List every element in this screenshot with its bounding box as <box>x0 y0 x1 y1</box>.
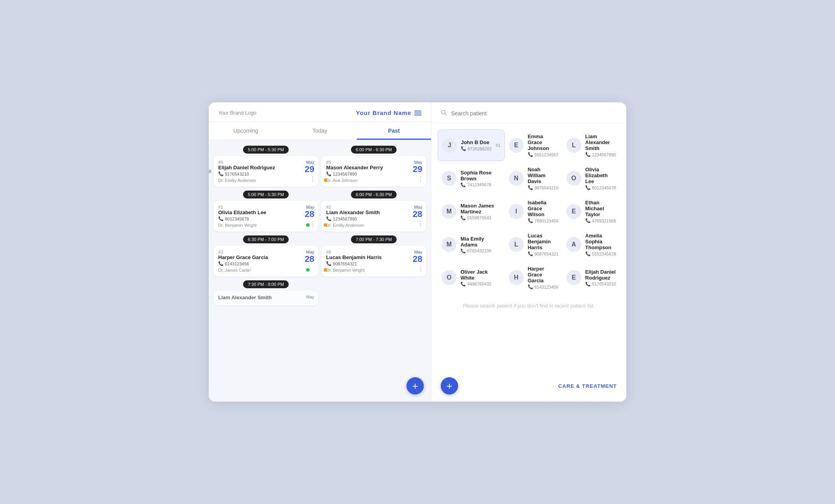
appt-doctor: Dr. Benjamin Wright <box>218 223 314 228</box>
patient-item[interactable]: I Isabella Grace Wilson 📞 7890123456 <box>505 196 562 227</box>
tab-past[interactable]: Past <box>357 122 431 140</box>
hamburger-icon[interactable] <box>414 111 421 115</box>
search-input[interactable] <box>451 110 617 117</box>
appt-phone: 📞 8012345678 <box>218 216 314 221</box>
appt-card[interactable]: #4 Elijah Daniel Rodriguez 📞 9176543210 … <box>213 156 318 187</box>
patient-phone: 📞 5559876543 <box>460 215 501 220</box>
patient-info: Liam Alexander Smith 📞 1234567890 <box>585 133 616 157</box>
appt-menu-icon[interactable]: ⋮ <box>418 175 424 183</box>
appt-menu-icon[interactable]: ⋮ <box>310 175 316 183</box>
patient-info: Elijah Daniel Rodriguez 📞 9176543210 <box>585 269 616 287</box>
appt-card[interactable]: #6 Lucas Benjamin Harris 📞 9087654321 Dr… <box>321 246 426 276</box>
patient-item[interactable]: S Sophia Rose Brown 📞 7412345678 <box>438 163 505 194</box>
patient-item[interactable]: L Lucas Benjamin Harris 📞 9087654321 <box>505 229 562 260</box>
svg-line-1 <box>445 113 447 115</box>
appt-card[interactable]: #2 Liam Alexander Smith 📞 1234567890 Dr.… <box>321 201 426 232</box>
appt-card[interactable]: #3 Harper Grace Garcia 📞 6143123456 Dr. … <box>213 246 318 276</box>
patient-info: Isabella Grace Wilson 📞 7890123456 <box>528 200 559 223</box>
appt-name: Harper Grace Garcia <box>218 254 314 260</box>
patient-info: Mia Emily Adams 📞 8765432109 <box>460 236 501 254</box>
patient-item[interactable]: E Emma Grace Johnson 📞 5551234567 <box>505 130 562 161</box>
patient-phone: 📞 6143123456 <box>528 284 559 289</box>
appt-time-badge-6: 7:00 PM - 7:30 PM #6 Lucas Benjamin Harr… <box>321 234 426 276</box>
patients-grid: J John B Doe 📞 8728288282 #1 E Emma Grac… <box>431 123 626 293</box>
patient-phone: 📞 8765432109 <box>460 248 501 254</box>
appt-time-badge-2: 6:00 PM - 6:30 PM #5 Mason Alexander Per… <box>321 144 426 187</box>
patient-item[interactable]: M Mason James Martinez 📞 5559876543 <box>438 196 505 227</box>
appt-number: #5 <box>326 160 421 165</box>
left-appt-column: 5:00 PM - 5:30 PM #4 Elijah Daniel Rodri… <box>213 144 318 305</box>
appt-date: May 28 <box>413 250 422 264</box>
add-patient-button[interactable]: + <box>441 377 458 395</box>
patient-info: Amelia Sophia Thompson 📞 5552345678 <box>585 233 616 256</box>
patient-item[interactable]: O Oliver Jack White 📞 4498765432 <box>438 262 505 293</box>
appt-name: Liam Alexander Smith <box>326 209 421 215</box>
patient-info: Oliver Jack White 📞 4498765432 <box>460 269 501 287</box>
patient-info: Lucas Benjamin Harris 📞 9087654321 <box>528 233 559 256</box>
appt-menu-icon[interactable]: ⋮ <box>418 265 424 272</box>
appt-card-partial[interactable]: Liam Alexander Smith May <box>213 291 318 305</box>
time-badge: 6:30 PM - 7:00 PM <box>243 235 289 243</box>
patient-badge: #1 <box>495 143 500 148</box>
patient-item[interactable]: H Harper Grace Garcia 📞 6143123456 <box>505 262 562 293</box>
patient-item[interactable]: E Ethan Michael Taylor 📞 4789321568 <box>562 196 620 227</box>
patient-avatar: O <box>442 270 456 285</box>
patient-avatar: E <box>566 270 581 285</box>
search-hint: Please search patient if you don't find … <box>431 293 626 309</box>
appt-name: Mason Alexander Perry <box>326 165 421 170</box>
time-badge: 7:00 PM - 7:30 PM <box>351 235 397 243</box>
patient-phone: 📞 8728288282 <box>461 146 492 151</box>
header-bar: Your Brand Logo Your Brand Name <box>209 102 431 122</box>
appt-number: #1 <box>218 205 314 209</box>
patient-avatar: N <box>509 171 524 186</box>
brand-name-wrapper: Your Brand Name <box>356 109 422 116</box>
patient-item[interactable]: O Olivia Elizabeth Lee 📞 8012345678 <box>562 163 620 194</box>
appt-menu-icon[interactable]: ⋮ <box>418 220 424 228</box>
patient-item[interactable]: L Liam Alexander Smith 📞 1234567890 <box>562 130 620 161</box>
appt-name: Lucas Benjamin Harris <box>326 254 421 260</box>
right-bottom: + CARE & TREATMENT <box>431 369 626 402</box>
patient-item[interactable]: E Elijah Daniel Rodriguez 📞 9176543210 <box>562 262 620 293</box>
patient-avatar: A <box>566 237 581 252</box>
patient-info: John B Doe 📞 8728288282 <box>461 139 492 151</box>
appt-number: #4 <box>218 160 314 165</box>
patient-avatar: L <box>566 138 581 153</box>
patient-avatar: I <box>509 204 524 219</box>
appt-card[interactable]: #5 Mason Alexander Perry 📞 1234567890 Dr… <box>321 156 426 187</box>
patient-item[interactable]: N Noah William Davis 📞 9876543210 <box>505 163 562 194</box>
patient-phone: 📞 4498765432 <box>460 282 501 287</box>
appt-date: May 28 <box>305 205 314 219</box>
patient-name: Ethan Michael Taylor <box>585 200 616 217</box>
patient-info: Mason James Martinez 📞 5559876543 <box>460 203 501 220</box>
appt-date: May 28 <box>305 250 314 264</box>
patient-phone: 📞 5552345678 <box>585 251 616 256</box>
time-badge: 5:00 PM - 5:30 PM <box>243 191 289 198</box>
patient-phone: 📞 7412345678 <box>460 182 501 187</box>
patient-info: Ethan Michael Taylor 📞 4789321568 <box>585 200 616 223</box>
patient-info: Noah William Davis 📞 9876543210 <box>528 167 559 190</box>
appt-number: #3 <box>218 250 314 254</box>
appt-card[interactable]: #1 Olivia Elizabeth Lee 📞 8012345678 Dr.… <box>213 201 318 232</box>
tab-upcoming[interactable]: Upcoming <box>209 122 283 140</box>
patient-avatar: O <box>566 171 581 186</box>
appt-time-badge-partial: 7:30 PM - 8:00 PM Liam Alexander Smith M… <box>213 279 318 305</box>
patient-name: Elijah Daniel Rodriguez <box>585 269 616 281</box>
tab-today[interactable]: Today <box>283 122 357 140</box>
add-appointment-button[interactable]: + <box>406 377 424 395</box>
appt-date: May 29 <box>413 160 422 174</box>
patient-item[interactable]: A Amelia Sophia Thompson 📞 5552345678 <box>562 229 620 260</box>
appt-phone: 📞 1234567890 <box>326 171 421 176</box>
patient-avatar: J <box>442 138 457 153</box>
app-container: Your Brand Logo Your Brand Name Upcoming… <box>209 102 626 402</box>
appt-menu-icon[interactable]: ⋮ <box>310 220 316 228</box>
patient-item[interactable]: J John B Doe 📞 8728288282 #1 <box>438 130 505 161</box>
patient-name: Mason James Martinez <box>460 203 501 215</box>
patient-name: Isabella Grace Wilson <box>528 200 559 217</box>
appt-phone: 📞 1234567890 <box>326 216 421 221</box>
care-treatment-label[interactable]: CARE & TREATMENT <box>558 383 617 389</box>
patient-item[interactable]: M Mia Emily Adams 📞 8765432109 <box>438 229 505 260</box>
appt-date: May <box>306 295 314 299</box>
patient-phone: 📞 8012345678 <box>585 185 616 190</box>
appt-phone: 📞 9176543210 <box>218 171 314 176</box>
appt-number: #2 <box>326 205 421 209</box>
